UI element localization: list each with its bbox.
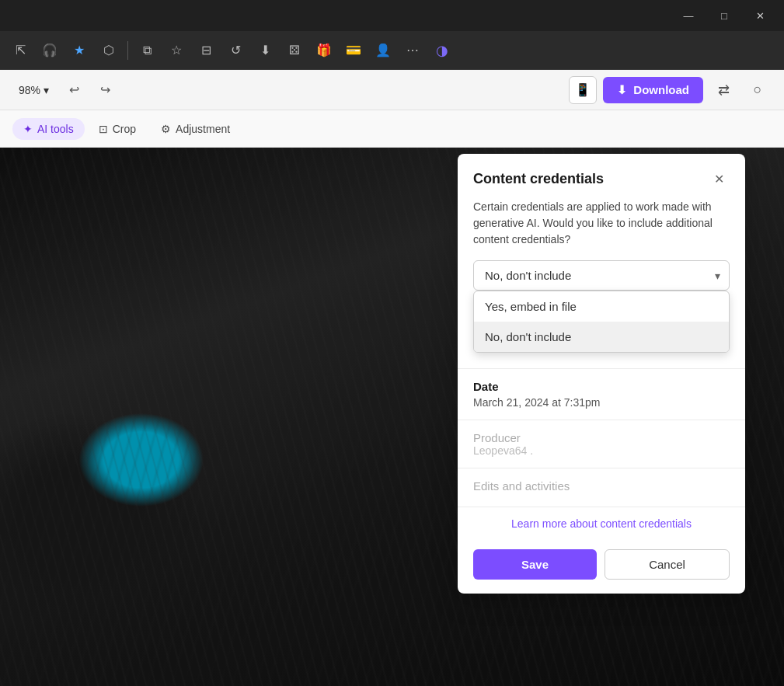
mobile-preview-button[interactable]: 📱: [569, 76, 597, 104]
producer-section: Producer Leopeva64 .: [458, 420, 745, 457]
sidebar-icon[interactable]: ⊟: [193, 38, 218, 63]
crop-icon: ⊡: [99, 123, 108, 135]
modal-overlay: Content credentials ✕ Certain credential…: [0, 148, 784, 686]
dropdown-selected-value: No, don't include: [485, 269, 571, 282]
minimize-button[interactable]: —: [671, 3, 706, 28]
edge-favicon-icon: ◑: [430, 38, 455, 63]
edits-label: Edits and activities: [473, 479, 730, 493]
adjustment-label: Adjustment: [176, 123, 230, 135]
producer-value: Leopeva64 .: [473, 444, 730, 457]
app-toolbar: 98% ▾ ↩ ↪ 📱 ⬇ Download ⇄ ○: [0, 70, 784, 110]
dropdown-menu: Yes, embed in file No, don't include: [473, 291, 730, 353]
wallet-icon[interactable]: 💳: [341, 38, 366, 63]
split-view-icon[interactable]: ⧉: [134, 38, 159, 63]
games-icon[interactable]: ⚄: [282, 38, 307, 63]
redo-button[interactable]: ↪: [92, 78, 117, 103]
credentials-dropdown-wrapper: No, don't include ▾ Yes, embed in file N…: [473, 260, 730, 291]
dropdown-item-yes[interactable]: Yes, embed in file: [474, 291, 729, 322]
dropdown-item-no[interactable]: No, don't include: [474, 322, 729, 352]
toolbar-separator-1: [127, 41, 128, 60]
share-button[interactable]: ⇄: [709, 76, 737, 104]
crop-label: Crop: [113, 123, 136, 135]
dropdown-no-label: No, don't include: [485, 330, 571, 343]
maximize-button[interactable]: □: [706, 3, 742, 28]
dropdown-yes-label: Yes, embed in file: [485, 300, 577, 313]
download-button[interactable]: ⬇ Download: [603, 77, 703, 103]
browser-toolbar: ⇱ 🎧 ★ ⬡ ⧉ ☆ ⊟ ↺ ⬇ ⚄ 🎁 💳 👤 ⋯ ◑: [0, 31, 784, 70]
ai-tools-label: AI tools: [37, 123, 74, 135]
adjustment-button[interactable]: ⚙ Adjustment: [150, 118, 241, 140]
zoom-chevron-icon: ▾: [44, 84, 49, 96]
learn-more-link[interactable]: Learn more about content credentials: [511, 517, 692, 530]
favorites-star-icon[interactable]: ★: [67, 38, 92, 63]
more-options-icon[interactable]: ⋯: [400, 38, 425, 63]
collections-icon[interactable]: ☆: [164, 38, 189, 63]
cancel-button[interactable]: Cancel: [605, 549, 730, 580]
date-section: Date March 21, 2024 at 7:31pm: [458, 368, 745, 409]
close-button[interactable]: ✕: [742, 3, 778, 28]
gifts-icon[interactable]: 🎁: [312, 38, 336, 63]
download-btn-label: Download: [633, 83, 689, 96]
content-credentials-dialog: Content credentials ✕ Certain credential…: [458, 154, 745, 594]
account-button[interactable]: ○: [744, 76, 772, 104]
learn-more-section: Learn more about content credentials: [458, 507, 745, 540]
main-canvas: Content credentials ✕ Certain credential…: [0, 148, 784, 686]
dialog-body: Certain credentials are applied to work …: [458, 199, 745, 291]
credentials-dropdown[interactable]: No, don't include: [473, 260, 730, 291]
browser-titlebar: — □ ✕: [0, 0, 784, 31]
navigate-icon[interactable]: ⇱: [8, 38, 33, 63]
dialog-footer: Save Cancel: [458, 540, 745, 594]
undo-button[interactable]: ↩: [61, 78, 86, 103]
headphones-icon[interactable]: 🎧: [37, 38, 62, 63]
downloads-toolbar-icon[interactable]: ⬇: [253, 38, 277, 63]
profile-avatar[interactable]: 👤: [371, 38, 395, 63]
date-value: March 21, 2024 at 7:31pm: [473, 396, 730, 409]
save-button[interactable]: Save: [473, 549, 597, 580]
ai-tools-button[interactable]: ✦ AI tools: [12, 118, 85, 140]
zoom-level: 98%: [19, 84, 40, 96]
extensions-icon[interactable]: ⬡: [96, 38, 121, 63]
producer-label: Producer: [473, 431, 730, 444]
mobile-icon: 📱: [575, 82, 591, 97]
ai-tools-icon: ✦: [23, 123, 33, 135]
download-btn-icon: ⬇: [617, 83, 627, 97]
dialog-close-button[interactable]: ✕: [708, 168, 730, 190]
dialog-description: Certain credentials are applied to work …: [473, 199, 730, 248]
dialog-title: Content credentials: [473, 171, 604, 187]
history-icon[interactable]: ↺: [223, 38, 248, 63]
edits-section: Edits and activities: [458, 468, 745, 502]
date-label: Date: [473, 380, 730, 393]
crop-button[interactable]: ⊡ Crop: [88, 118, 147, 140]
dialog-header: Content credentials ✕: [458, 154, 745, 199]
zoom-control[interactable]: 98% ▾: [12, 81, 55, 99]
adjustment-icon: ⚙: [161, 123, 171, 135]
edit-toolbar: ✦ AI tools ⊡ Crop ⚙ Adjustment: [0, 110, 784, 148]
